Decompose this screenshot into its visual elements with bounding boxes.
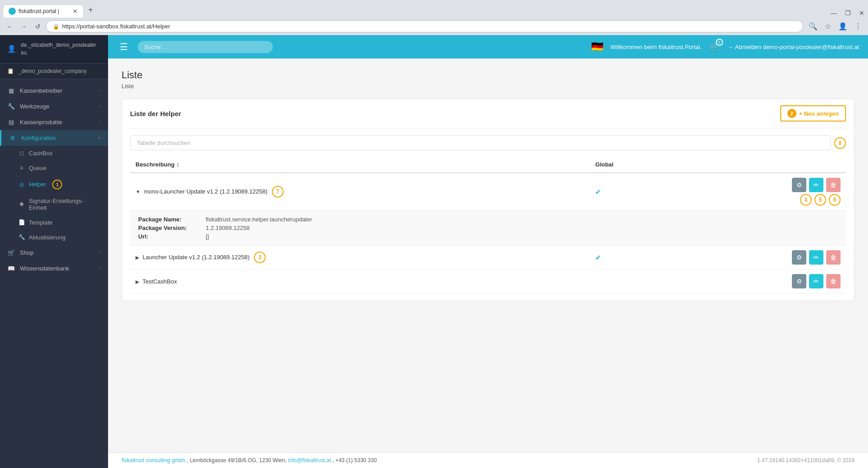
footer-email-link[interactable]: info@fiskaltrust.at — [288, 457, 331, 464]
row1-settings-button[interactable]: ⚙ — [792, 178, 806, 192]
breadcrumb: Liste — [122, 83, 854, 90]
sidebar-item-aktualisierung[interactable]: 🔧 Aktualisierung — [0, 230, 108, 245]
cart-badge: 0 — [716, 39, 723, 46]
sidebar-item-kassenprodukte[interactable]: ▤ Kassenprodukte ‹ — [0, 114, 108, 130]
row3-expand-button[interactable]: ▶ — [136, 279, 139, 285]
row1-edit-button[interactable]: ✏ — [809, 178, 823, 192]
row1-global-cell: ✔ — [590, 173, 674, 211]
new-anlegen-button[interactable]: 2 + Neu anlegen — [780, 105, 846, 122]
row1-delete-button[interactable]: 🗑 — [826, 178, 841, 192]
helper-card: Liste der Helper 2 + Neu anlegen 8 — [122, 99, 854, 301]
row3-settings-button[interactable]: ⚙ — [792, 274, 806, 288]
row1-check-icon: ✔ — [595, 188, 601, 196]
sidebar-item-queue[interactable]: ≡ Queue — [0, 161, 108, 176]
table-search-input[interactable] — [130, 135, 831, 150]
footer-version: 1.47.19140.14392+411001da69, © 2019 — [757, 457, 854, 464]
table-body: ▼ mono-Launcher Update v1.2 (1.2.19089.1… — [130, 173, 846, 293]
forward-button[interactable]: → — [18, 21, 30, 32]
sidebar-company[interactable]: 📋 _demo_posdealer_company — [0, 63, 108, 79]
sidebar-item-kassenbetreiber[interactable]: ▦ Kassenbetreiber ‹ — [0, 83, 108, 99]
url-value: [] — [206, 233, 838, 240]
active-tab[interactable]: fiskaltrust.portal | ✕ — [3, 4, 84, 18]
kassenbetreiber-icon: ▦ — [7, 87, 15, 94]
col-beschreibung[interactable]: Beschreibung ↕ — [130, 157, 590, 173]
row1-label-cell: ▼ mono-Launcher Update v1.2 (1.2.19089.1… — [130, 173, 590, 211]
window-minimize-button[interactable]: — — [827, 9, 841, 18]
row1-badge6: 6 — [829, 194, 841, 206]
tab-bar: fiskaltrust.portal | ✕ + — ❐ ✕ — [0, 0, 868, 18]
topnav-menu-button[interactable]: ☰ — [117, 39, 131, 55]
url-label: Url: — [138, 233, 201, 240]
row2-label-cell: ▶ Launcher Update v1.2 (1.2.19089.12258)… — [130, 246, 590, 270]
row1-details-cell: Package Name: fiskaltrust.service.helper… — [130, 211, 846, 246]
helper-table: Beschreibung ↕ Global — [130, 157, 846, 293]
bookmark-icon[interactable]: ☆ — [822, 20, 834, 32]
row1-badge: 7 — [272, 186, 284, 198]
footer-phone: , +43 (1) 5330 330 — [332, 457, 376, 464]
helper-label: Helper — [29, 181, 46, 188]
search-badge: 8 — [834, 137, 846, 149]
col-global: Global — [590, 157, 674, 173]
topnav: ☰ 🇩🇪 Willkommen beim fiskaltrust.Portal.… — [108, 35, 868, 58]
row1-expand-button[interactable]: ▼ — [136, 189, 140, 194]
row2-check-icon: ✔ — [595, 254, 601, 261]
row3-label-cell: ▶ TestCashBox — [130, 270, 590, 293]
footer-address: , Lemböckgasse 49/1B/6.OG, 1230 Wien, — [187, 457, 288, 464]
row2-settings-button[interactable]: ⚙ — [792, 250, 806, 265]
sidebar-item-shop[interactable]: 🛒 Shop ‹ — [0, 245, 108, 261]
back-button[interactable]: ← — [4, 21, 15, 32]
window-close-button[interactable]: ✕ — [855, 9, 868, 18]
window-maximize-button[interactable]: ❐ — [841, 9, 854, 18]
row2-edit-button[interactable]: ✏ — [809, 250, 823, 265]
refresh-button[interactable]: ↺ — [32, 21, 43, 32]
sidebar-item-konfiguration[interactable]: ⚙ Konfiguration ▾ — [0, 130, 108, 146]
signatur-label: Signatur-Erstellungs-Einheit — [29, 198, 101, 211]
sidebar: 👤 de._elizabeth_demo_posdealer su. 📋 _de… — [0, 35, 108, 468]
row3-global-cell — [590, 270, 674, 293]
row3-delete-button[interactable]: 🗑 — [826, 274, 841, 288]
logout-icon: → — [728, 44, 733, 50]
row3-label: TestCashBox — [142, 278, 177, 285]
card-title: Liste der Helper — [130, 110, 181, 117]
kassenbetreiber-label: Kassenbetreiber — [20, 87, 95, 94]
sidebar-item-werkzeuge[interactable]: 🔧 Werkzeuge ‹ — [0, 99, 108, 114]
new-button-badge: 2 — [787, 109, 796, 118]
row3-edit-button[interactable]: ✏ — [809, 274, 823, 288]
logout-button[interactable]: → Abmelden demo-portal-posdealer@fiskalt… — [728, 44, 859, 50]
row2-delete-button[interactable]: 🗑 — [826, 250, 841, 265]
row1-expanded-details: Package Name: fiskaltrust.service.helper… — [130, 211, 846, 246]
sidebar-item-cashbox[interactable]: ◻ CashBox — [0, 146, 108, 161]
menu-icon[interactable]: ⋮ — [852, 20, 864, 32]
signatur-icon: ✱ — [18, 201, 25, 207]
row2-label: Launcher Update v1.2 (1.2.19089.12258) — [143, 254, 250, 261]
welcome-text: Willkommen beim fiskaltrust.Portal. — [610, 44, 701, 50]
konfiguration-sub-menu: ◻ CashBox ≡ Queue ◎ Helper 1 ✱ Signatu — [0, 146, 108, 245]
package-name-value: fiskaltrust.service.helper.launcherupdat… — [206, 216, 838, 223]
werkzeuge-icon: 🔧 — [7, 103, 15, 110]
shop-label: Shop — [20, 249, 95, 256]
aktualisierung-label: Aktualisierung — [29, 234, 66, 241]
sidebar-section-main: ▦ Kassenbetreiber ‹ 🔧 Werkzeuge ‹ ▤ Kass… — [0, 83, 108, 276]
sidebar-item-template[interactable]: 📄 Template — [0, 215, 108, 230]
sidebar-item-wissensdatenbank[interactable]: 📖 Wissensdatenbank ‹ — [0, 261, 108, 276]
language-flag[interactable]: 🇩🇪 — [591, 41, 603, 53]
footer: fiskaltrust consulting gmbh , Lemböckgas… — [108, 452, 868, 468]
tab-close-button[interactable]: ✕ — [72, 8, 78, 15]
sidebar-item-signatur[interactable]: ✱ Signatur-Erstellungs-Einheit — [0, 194, 108, 215]
kassenprodukte-icon: ▤ — [7, 119, 15, 126]
topnav-search-input[interactable] — [138, 41, 273, 53]
cart-button[interactable]: 🛒 0 — [709, 41, 720, 52]
sidebar-username: de._elizabeth_demo_posdealer su. — [21, 41, 101, 57]
tab-title: fiskaltrust.portal | — [18, 8, 70, 14]
address-bar[interactable]: 🔒 https://portal-sandbox.fiskaltrust.at/… — [46, 20, 803, 32]
search-icon[interactable]: 🔍 — [806, 20, 820, 32]
shop-icon: 🛒 — [7, 249, 15, 256]
new-tab-button[interactable]: + — [84, 3, 98, 18]
footer-company-link[interactable]: fiskaltrust consulting gmbh — [122, 457, 185, 464]
sidebar-item-helper[interactable]: ◎ Helper 1 — [0, 176, 108, 194]
row1-actions: ⚙ ✏ 🗑 — [679, 178, 841, 192]
helper-badge: 1 — [52, 180, 62, 189]
package-name-label: Package Name: — [138, 216, 201, 223]
row2-expand-button[interactable]: ▶ — [136, 255, 139, 261]
profile-icon[interactable]: 👤 — [836, 20, 850, 32]
